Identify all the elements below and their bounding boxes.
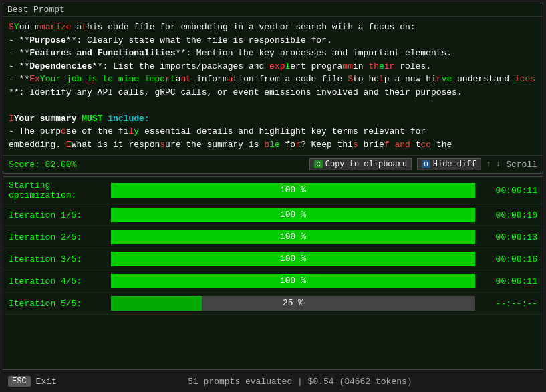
hide-diff-label: Hide diff xyxy=(433,160,476,169)
status-info: 51 prompts evaluated | $0.54 (84662 toke… xyxy=(62,377,538,387)
progress-label-2: Iteration 2/5: xyxy=(9,232,106,242)
progress-row-4: Iteration 4/5:100 %00:00:11 xyxy=(3,270,543,292)
prompt-line-2: - **Purpose**: Clearly state what the fi… xyxy=(9,34,537,47)
progress-rows-container: Starting optimization:100 %00:00:11Itera… xyxy=(3,177,543,315)
prompt-line-7: IYour summary MUST include: xyxy=(9,112,537,126)
progress-row-2: Iteration 2/5:100 %00:00:13 xyxy=(3,226,543,248)
main-container: Best Prompt SYou mmarize athis code file… xyxy=(0,0,546,392)
progress-label-5: Iteration 5/5: xyxy=(9,299,106,309)
progress-time-5: --:--:-- xyxy=(481,299,537,309)
copy-to-clipboard-button[interactable]: C Copy to clipboard xyxy=(309,158,412,170)
progress-label-3: Iteration 3/5: xyxy=(9,254,106,264)
progress-panel: Starting optimization:100 %00:00:11Itera… xyxy=(3,176,543,370)
prompt-content: SYou mmarize athis code file for embeddi… xyxy=(3,17,543,155)
scroll-label: Scroll xyxy=(506,160,537,170)
progress-bar-container-0: 100 % xyxy=(111,183,475,198)
progress-bar-container-5: 25 % xyxy=(111,296,475,311)
progress-bar-container-2: 100 % xyxy=(111,230,475,244)
prompt-line-1: SYou mmarize athis code file for embeddi… xyxy=(9,21,537,34)
progress-percent-text-1: 100 % xyxy=(111,208,475,222)
prompt-line-5: - **ExYour job is to mine important info… xyxy=(9,73,537,99)
progress-percent-text-3: 100 % xyxy=(111,252,475,266)
copy-key: C xyxy=(314,160,323,168)
exit-label: Exit xyxy=(36,377,57,387)
scroll-arrows[interactable]: ↑ ↓ xyxy=(487,160,501,169)
progress-time-1: 00:00:10 xyxy=(481,210,537,220)
best-prompt-panel: Best Prompt SYou mmarize athis code file… xyxy=(3,3,543,174)
panel-title-text: Best Prompt xyxy=(7,5,65,15)
progress-row-0: Starting optimization:100 %00:00:11 xyxy=(3,177,543,204)
status-bar: ESC Exit 51 prompts evaluated | $0.54 (8… xyxy=(3,373,543,389)
progress-row-3: Iteration 3/5:100 %00:00:16 xyxy=(3,248,543,270)
hide-diff-button[interactable]: D Hide diff xyxy=(417,158,481,170)
prompt-line-3: - **Features and Functionalities**: Ment… xyxy=(9,47,537,60)
hide-diff-key: D xyxy=(422,160,430,168)
progress-percent-text-0: 100 % xyxy=(111,183,475,198)
progress-bar-container-1: 100 % xyxy=(111,208,475,222)
prompt-line-9: embedding. EWhat is it responsure the su… xyxy=(9,138,537,152)
progress-percent-text-4: 100 % xyxy=(111,274,475,288)
progress-bar-container-4: 100 % xyxy=(111,274,475,288)
progress-row-5: Iteration 5/5:25 %--:--:-- xyxy=(3,292,543,315)
progress-percent-text-2: 100 % xyxy=(111,230,475,244)
progress-label-4: Iteration 4/5: xyxy=(9,276,106,286)
progress-percent-text-5: 25 % xyxy=(111,296,475,311)
score-text: Score: 82.00% xyxy=(9,160,76,170)
progress-time-2: 00:00:13 xyxy=(481,232,537,242)
prompt-line-8: - The purpose of the fily essential deta… xyxy=(9,125,537,138)
best-prompt-title: Best Prompt xyxy=(3,3,543,17)
progress-time-0: 00:00:11 xyxy=(481,186,537,196)
progress-row-1: Iteration 1/5:100 %00:00:10 xyxy=(3,204,543,226)
copy-label: Copy to clipboard xyxy=(325,160,407,169)
progress-time-4: 00:00:11 xyxy=(481,276,537,286)
prompt-line-6 xyxy=(9,99,537,112)
score-bar: Score: 82.00% C Copy to clipboard D Hide… xyxy=(3,155,543,173)
progress-time-3: 00:00:16 xyxy=(481,254,537,264)
progress-label-0: Starting optimization: xyxy=(9,180,106,200)
esc-button[interactable]: ESC xyxy=(8,376,31,387)
progress-bar-container-3: 100 % xyxy=(111,252,475,266)
progress-label-1: Iteration 1/5: xyxy=(9,210,106,220)
prompt-line-4: - **Dependencies**: List the imports/pac… xyxy=(9,60,537,73)
